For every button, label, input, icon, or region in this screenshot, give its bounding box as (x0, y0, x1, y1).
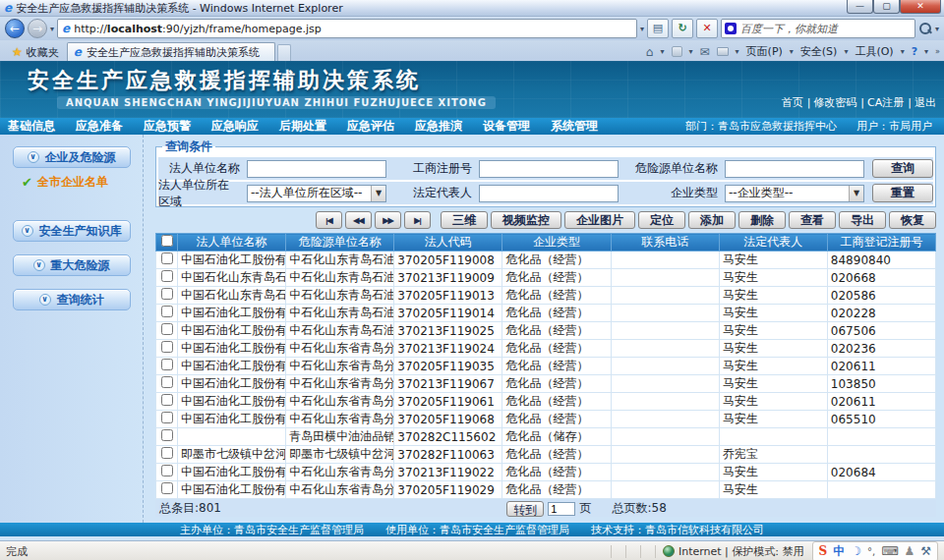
input-hazard-name[interactable] (725, 160, 864, 178)
ime-glyph-icon[interactable]: ☽ (851, 544, 861, 558)
toolbar-button[interactable]: 添加 (688, 211, 736, 229)
ime-glyph-icon[interactable]: ♟ (904, 544, 914, 558)
select-all-checkbox[interactable] (161, 235, 173, 247)
pager-button[interactable]: ▶| (404, 211, 431, 229)
toolbar-button[interactable]: 删除 (738, 211, 786, 229)
query-button[interactable]: 查询 (872, 159, 933, 178)
search-icon[interactable] (918, 22, 932, 35)
goto-button[interactable]: 转到 (506, 501, 544, 517)
table-row[interactable]: 中国石油化工股份有限公司山东省青岛分公司 中石化山东省青岛分公司35站 3702… (156, 358, 936, 375)
ime-toolbar[interactable]: S中☽°,⌨♟⚒ (812, 541, 938, 560)
row-checkbox[interactable] (161, 482, 173, 494)
sidebar-active-link[interactable]: ✔ 全市企业名单 (0, 174, 108, 191)
table-row[interactable]: 中国石油化工股份有限公司山东省青岛分公司 中石化山东省青岛分公司68站 3702… (156, 411, 936, 428)
back-button[interactable]: ← (5, 19, 25, 38)
address-dropdown-icon[interactable]: ▾ (640, 25, 644, 33)
nav-item[interactable]: 系统管理 (551, 118, 598, 135)
header-link[interactable]: 修改密码 (807, 95, 857, 110)
table-row[interactable]: 中国石油化工股份有限公司山东省青岛分公司 中石化山东省青岛分公司67站 3702… (156, 375, 936, 393)
browser-tab[interactable]: e 安全生产应急救援指挥辅助决策系统 (67, 42, 275, 61)
search-input[interactable] (740, 23, 912, 34)
row-checkbox[interactable] (161, 270, 173, 282)
nav-item[interactable]: 基础信息 (8, 118, 55, 135)
menu-tools[interactable]: 工具(O) (855, 44, 893, 59)
toolbar-button[interactable]: 恢复 (889, 211, 936, 229)
table-row[interactable]: 青岛田横中油油品销售有限公司 370282C115602 危化品（储存） (156, 428, 936, 446)
page-input[interactable] (548, 502, 575, 516)
address-bar[interactable]: e http://localhost:90/yjzh/frame/homepag… (57, 19, 637, 38)
row-checkbox[interactable] (161, 288, 173, 300)
table-row[interactable]: 中国石油化工股份有限公司山东青岛石油分公司 中石化山东青岛石油分公司8加油站 3… (156, 252, 936, 269)
toolbar-button[interactable]: 三维 (441, 211, 488, 229)
pager-button[interactable]: ▶▶ (375, 211, 401, 229)
pager-button[interactable]: |◀ (316, 211, 342, 229)
feeds-icon[interactable] (672, 46, 682, 57)
input-legal-rep[interactable] (479, 185, 619, 202)
menu-page[interactable]: 页面(P) (746, 44, 783, 59)
column-header[interactable]: 法人代码 (394, 234, 502, 252)
input-legal-name[interactable] (247, 160, 386, 178)
nav-item[interactable]: 设备管理 (483, 118, 530, 135)
ime-glyph-icon[interactable]: S (819, 544, 828, 558)
nav-item[interactable]: 应急响应 (211, 118, 259, 135)
print-dropdown-icon[interactable]: ▾ (736, 47, 739, 56)
input-business-reg[interactable] (479, 160, 619, 178)
select-region[interactable]: --法人单位所在区域-- ▼ (247, 185, 386, 202)
row-checkbox[interactable] (161, 376, 173, 388)
reset-button[interactable]: 重置 (872, 184, 933, 202)
toolbar-button[interactable]: 定位 (638, 211, 685, 229)
search-box[interactable] (721, 19, 915, 38)
column-header[interactable]: 法定代表人 (719, 234, 827, 252)
sidebar-button-major-hazards[interactable]: ∨ 重大危险源 (13, 254, 131, 276)
table-row[interactable]: 中国石油化工股份有限公司山东青岛石油分公司 中石化山东青岛石油分公司25站 37… (156, 322, 936, 340)
refresh-button[interactable]: ↻ (672, 19, 693, 38)
row-checkbox[interactable] (161, 465, 173, 476)
chevron-down-icon[interactable]: ▼ (849, 186, 863, 201)
print-icon[interactable] (717, 47, 729, 56)
compatibility-view-button[interactable]: ▤ (647, 19, 669, 38)
close-button[interactable]: ✕ (900, 0, 941, 14)
sidebar-button-knowledge[interactable]: ∨ 安全生产知识库 (13, 220, 131, 242)
home-icon[interactable]: ⌂ (646, 45, 654, 59)
sidebar-button-statistics[interactable]: ∨ 查询统计 (13, 289, 131, 310)
sidebar-button-enterprises[interactable]: ∨ 企业及危险源 (13, 146, 131, 168)
minimize-button[interactable]: — (847, 0, 873, 14)
ime-glyph-icon[interactable]: ⌨ (881, 544, 898, 558)
stop-button[interactable]: ✕ (696, 19, 718, 38)
pager-button[interactable]: ◀◀ (345, 211, 372, 229)
row-checkbox[interactable] (161, 359, 173, 370)
chevron-down-icon[interactable]: ▼ (371, 186, 385, 201)
ime-glyph-icon[interactable]: 中 (833, 543, 845, 560)
nav-item[interactable]: 应急准备 (76, 118, 123, 135)
header-link[interactable]: CA注册 (860, 95, 904, 110)
ime-glyph-icon[interactable]: ⚒ (920, 544, 931, 558)
table-row[interactable]: 中国石化山东青岛石油分公司 中石化山东青岛石油分公司09加油站 370213F1… (156, 269, 936, 287)
nav-item[interactable]: 应急推演 (415, 118, 462, 135)
column-header[interactable]: 危险源单位名称 (286, 234, 394, 252)
row-checkbox[interactable] (161, 412, 173, 423)
maximize-button[interactable]: ▢ (873, 0, 900, 14)
table-row[interactable]: 中国石油化工股份有限公司山东省青岛分公司 中石化山东省青岛分公司24站 3702… (156, 340, 936, 358)
row-checkbox[interactable] (161, 394, 173, 406)
overflow-chevron-icon[interactable]: » (935, 47, 940, 56)
row-checkbox[interactable] (161, 429, 173, 441)
help-icon[interactable]: ? (912, 45, 917, 58)
table-row[interactable]: 即墨市七级镇中岔河加油站 即墨市七级镇中岔河加油站 370282F110063 … (156, 446, 936, 464)
search-dropdown-icon[interactable]: ▾ (935, 25, 939, 33)
table-row[interactable]: 中国石油化工股份有限公司山东省青岛分公司 中石化山东省青岛分公司第22站 370… (156, 464, 936, 481)
table-row[interactable]: 中国石油化工股份有限公司山东省青岛分公司 中石化山东省青岛分公司61站 3702… (156, 393, 936, 411)
table-row[interactable]: 中国石油化工股份有限公司山东青岛石油分公司 中石化山东青岛石油分公司14加油站 … (156, 305, 936, 322)
history-dropdown-icon[interactable]: ▾ (50, 25, 54, 33)
row-checkbox[interactable] (161, 252, 173, 264)
nav-item[interactable]: 应急评估 (347, 118, 394, 135)
menu-safety[interactable]: 安全(S) (800, 44, 838, 59)
home-dropdown-icon[interactable]: ▾ (660, 47, 664, 56)
favorites-button[interactable]: ★ 收藏夹 (4, 43, 67, 61)
header-link[interactable]: 退出 (908, 95, 936, 110)
mail-icon[interactable]: ✉ (700, 45, 710, 59)
row-checkbox[interactable] (161, 323, 173, 335)
header-link[interactable]: 首页 (782, 95, 803, 110)
feeds-dropdown-icon[interactable]: ▾ (689, 47, 693, 56)
table-row[interactable]: 中国石化山东青岛石油分公司 中石化山东青岛石油分公司13加油站 370205F1… (156, 287, 936, 305)
column-header[interactable]: 工商登记注册号 (827, 234, 935, 252)
